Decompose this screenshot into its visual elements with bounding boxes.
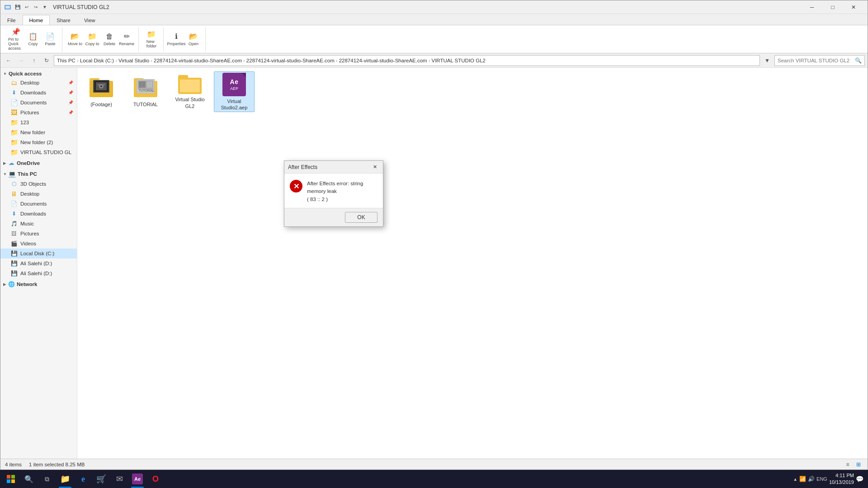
taskbar-after-effects[interactable]: Ae xyxy=(128,470,146,488)
file-grid: (Footage) xyxy=(81,71,864,112)
sidebar-label-ali-d: Ali Salehi (D:) xyxy=(20,261,52,266)
delete-icon: 🗑 xyxy=(106,33,113,41)
taskbar-store[interactable]: 🛒 xyxy=(92,470,110,488)
sidebar-item-vsgl[interactable]: 📁 VIRTUAL STUDIO GL xyxy=(0,147,77,157)
sidebar-item-localdisk-c[interactable]: 💾 Local Disk (C:) xyxy=(0,249,77,258)
clock-date: 10/13/2019 xyxy=(829,479,854,486)
tab-home[interactable]: Home xyxy=(23,15,50,25)
download-icon: ⬇ xyxy=(10,89,18,96)
chevron-down-icon: ▼ xyxy=(3,72,7,76)
sidebar-item-downloads-pinned[interactable]: ⬇ Downloads 📌 xyxy=(0,88,77,98)
path-this-pc: This PC xyxy=(57,58,75,63)
sidebar-label-documents: Documents xyxy=(20,100,47,105)
sidebar-item-ali-d[interactable]: 💾 Ali Salehi (D:) xyxy=(0,258,77,268)
properties-button[interactable]: ℹ Properties xyxy=(168,31,184,47)
sidebar-item-documents[interactable]: 📄 Documents xyxy=(0,199,77,209)
show-hidden-icon[interactable]: ▲ xyxy=(793,477,797,482)
sidebar-item-music[interactable]: 🎵 Music xyxy=(0,219,77,229)
minimize-button[interactable]: ─ xyxy=(802,0,822,14)
back-button[interactable]: ← xyxy=(3,55,14,66)
chevron-right-icon-2: ▶ xyxy=(3,282,6,286)
file-item-footage[interactable]: (Footage) xyxy=(81,71,122,112)
thispc-header[interactable]: ▼ 💻 This PC xyxy=(0,169,77,179)
music-icon: 🎵 xyxy=(10,220,18,227)
tab-file[interactable]: File xyxy=(0,15,23,25)
up-button[interactable]: ↑ xyxy=(28,55,39,66)
selected-info: 1 item selected 8.25 MB xyxy=(29,462,85,467)
new-folder-button[interactable]: 📁 Newfolder xyxy=(143,31,160,47)
dialog-message-line1: After Effects error: string memory leak xyxy=(307,180,377,196)
file-explorer-window: 💾 ↩ ↪ ▼ VIRTUAL STUDIO GL2 ─ □ ✕ File Ho… xyxy=(0,0,868,470)
move-to-button[interactable]: 📂 Move to xyxy=(67,31,83,47)
tab-share[interactable]: Share xyxy=(50,15,77,25)
taskbar-mail[interactable]: ✉ xyxy=(110,470,128,488)
sidebar-item-newfolder[interactable]: 📁 New folder xyxy=(0,127,77,137)
dialog-close-button[interactable]: ✕ xyxy=(370,163,379,172)
network-header[interactable]: ▶ 🌐 Network xyxy=(0,279,77,289)
wifi-icon[interactable]: 📶 xyxy=(799,476,806,482)
sidebar-label-pictures2: Pictures xyxy=(20,231,39,236)
task-view-button[interactable]: ⧉ xyxy=(38,470,56,488)
tab-view[interactable]: View xyxy=(77,15,102,25)
list-view-button[interactable]: ≡ xyxy=(843,460,852,469)
sidebar-item-newfolder2[interactable]: 📁 New folder (2) xyxy=(0,137,77,147)
sidebar-item-videos[interactable]: 🎬 Videos xyxy=(0,239,77,249)
path-share3: 22874124-virtual-studio-ShareAE.com xyxy=(339,58,427,63)
pin-icon-4: 📌 xyxy=(68,110,73,115)
copy-button[interactable]: 📋 Copy xyxy=(25,31,41,47)
properties-icon: ℹ xyxy=(175,32,178,41)
sidebar-item-desktop-pinned[interactable]: 🗂 Desktop 📌 xyxy=(0,78,77,88)
dropdown-arrow-icon[interactable]: ▼ xyxy=(41,4,48,11)
address-bar: ← → ↑ ↻ This PC › Local Disk (C:) › Virt… xyxy=(0,53,868,68)
dialog-message: After Effects error: string memory leak … xyxy=(307,180,377,203)
refresh-button[interactable]: ↻ xyxy=(41,55,52,66)
icon-view-button[interactable]: ⊞ xyxy=(854,460,863,469)
forward-button[interactable]: → xyxy=(16,55,27,66)
paste-button[interactable]: 📄 Paste xyxy=(42,31,58,47)
pin-to-quickaccess-button[interactable]: 📌 Pin to Quickaccess xyxy=(8,31,24,47)
copyto-icon: 📁 xyxy=(88,32,97,41)
rename-button[interactable]: ✏ Rename xyxy=(118,31,135,47)
undo-icon[interactable]: ↩ xyxy=(23,4,30,11)
search-input[interactable] xyxy=(778,58,853,63)
taskbar-opera[interactable]: O xyxy=(146,470,165,488)
sidebar-item-desktop[interactable]: 🖥 Desktop xyxy=(0,189,77,199)
videos-icon: 🎬 xyxy=(10,240,18,247)
onedrive-header[interactable]: ▶ ☁ OneDrive xyxy=(0,158,77,168)
pin-icon: 📌 xyxy=(68,80,73,85)
taskbar-file-explorer[interactable]: 📁 xyxy=(56,470,74,488)
volume-icon[interactable]: 🔊 xyxy=(808,476,815,482)
file-item-aep[interactable]: Ae AEP VirtualStudio2.aep xyxy=(214,71,255,112)
sidebar-item-ali-d2[interactable]: 💾 Ali Salehi (D:) xyxy=(0,268,77,278)
open-button[interactable]: 📂 Open xyxy=(185,31,202,47)
ok-button[interactable]: OK xyxy=(345,212,377,223)
notification-icon[interactable]: 💬 xyxy=(856,475,863,483)
copy-to-button[interactable]: 📁 Copy to xyxy=(84,31,100,47)
save-icon[interactable]: 💾 xyxy=(14,4,21,11)
sidebar-item-documents-pinned[interactable]: 📄 Documents 📌 xyxy=(0,98,77,108)
store-icon: 🛒 xyxy=(96,474,106,484)
sidebar-label-desktop: Desktop xyxy=(20,80,39,85)
vsgl2-label: Virtual Studio GL2 xyxy=(171,96,208,109)
path-dropdown-button[interactable]: ▼ xyxy=(762,55,773,66)
sidebar-item-pictures-pinned[interactable]: 🖼 Pictures 📌 xyxy=(0,108,77,117)
taskbar-search-button[interactable]: 🔍 xyxy=(20,470,38,488)
file-item-vsgl2[interactable]: Virtual Studio GL2 xyxy=(170,71,210,112)
clock[interactable]: 4:11 PM 10/13/2019 xyxy=(829,472,854,486)
mail-icon: ✉ xyxy=(116,474,123,484)
file-item-tutorial[interactable]: TUTORIAL TUTORIAL xyxy=(125,71,166,112)
search-box[interactable]: 🔍 xyxy=(774,55,865,66)
sidebar-item-3dobjects[interactable]: ⬡ 3D Objects xyxy=(0,179,77,189)
start-button[interactable] xyxy=(2,470,20,488)
close-button[interactable]: ✕ xyxy=(843,0,864,14)
maximize-button[interactable]: □ xyxy=(822,0,843,14)
path-bar[interactable]: This PC › Local Disk (C:) › Virtual Stud… xyxy=(54,55,760,66)
quick-access-header[interactable]: ▼ Quick access xyxy=(0,70,77,78)
sidebar-section-quickaccess: ▼ Quick access 🗂 Desktop 📌 ⬇ Downloads 📌… xyxy=(0,70,77,157)
taskbar-edge[interactable]: e xyxy=(74,470,92,488)
sidebar-item-pictures[interactable]: 🖼 Pictures xyxy=(0,229,77,239)
redo-icon[interactable]: ↪ xyxy=(32,4,39,11)
sidebar-item-downloads[interactable]: ⬇ Downloads xyxy=(0,209,77,219)
delete-button[interactable]: 🗑 Delete xyxy=(101,31,118,47)
sidebar-item-123[interactable]: 📁 123 xyxy=(0,117,77,127)
